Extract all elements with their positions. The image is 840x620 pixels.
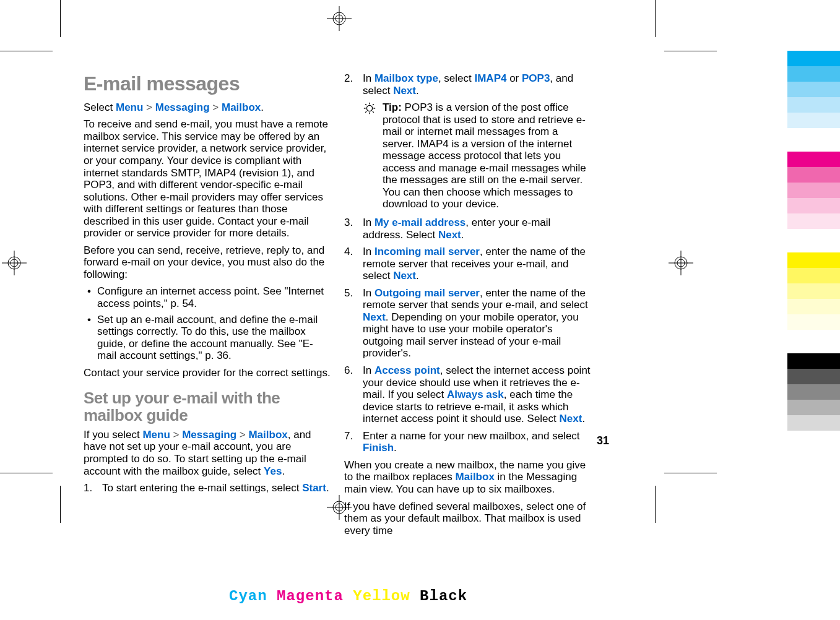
section-heading: Set up your e-mail with the mailbox guid…: [84, 390, 331, 424]
registration-mark-top: [327, 6, 352, 31]
nav-mailbox: Mailbox: [248, 429, 287, 441]
color-swatch: [787, 268, 840, 283]
list-item: 3.In My e-mail address, enter your e-mai…: [344, 217, 591, 241]
color-swatch: [787, 97, 840, 113]
tip-text: Tip: POP3 is a version of the post offic…: [383, 101, 591, 210]
option-next: Next: [560, 413, 582, 424]
crop-mark: [664, 51, 717, 51]
color-swatch: [787, 167, 840, 183]
crop-mark: [664, 473, 717, 473]
tip-label: Tip:: [383, 101, 405, 113]
nav-messaging: Messaging: [182, 429, 236, 441]
list-item: Configure an internet access point. See …: [84, 285, 331, 309]
list-item: Set up an e-mail account, and define the…: [84, 314, 331, 362]
nav-messaging: Messaging: [155, 101, 210, 113]
body-paragraph: To receive and send e-mail, you must hav…: [84, 118, 331, 239]
field-incoming-server: Incoming mail server: [375, 246, 480, 257]
list-item: 4.In Incoming mail server, enter the nam…: [344, 246, 591, 282]
crop-mark: [60, 0, 61, 37]
lightbulb-icon: [363, 101, 376, 210]
cmyk-black-label: Black: [420, 588, 467, 605]
color-swatch: [787, 400, 840, 415]
cmyk-cyan-label: Cyan: [229, 588, 267, 605]
color-swatch: [787, 353, 840, 369]
page-content: E-mail messages Select Menu > Messaging …: [84, 72, 591, 459]
page-title: E-mail messages: [84, 72, 331, 95]
option-yes: Yes: [264, 465, 282, 477]
bullet-list: Configure an internet access point. See …: [84, 285, 331, 361]
list-item: 2. In Mailbox type, select IMAP4 or POP3…: [344, 72, 591, 210]
color-swatch: [787, 213, 840, 229]
crop-mark: [60, 486, 61, 523]
registration-mark-right: [669, 251, 693, 275]
column-right: 2. In Mailbox type, select IMAP4 or POP3…: [344, 72, 591, 459]
tip-callout: Tip: POP3 is a version of the post offic…: [363, 101, 591, 210]
body-paragraph: If you select Menu > Messaging > Mailbox…: [84, 429, 331, 477]
column-left: E-mail messages Select Menu > Messaging …: [84, 72, 331, 459]
option-next: Next: [363, 311, 386, 323]
color-swatch: [787, 66, 840, 82]
color-swatch: [787, 51, 840, 66]
color-swatch: [787, 252, 840, 268]
color-swatch: [787, 152, 840, 167]
list-item: 5.In Outgoing mail server, enter the nam…: [344, 287, 591, 360]
crop-mark: [655, 486, 656, 523]
nav-menu: Menu: [142, 429, 170, 441]
nav-mailbox: Mailbox: [222, 101, 261, 113]
numbered-list: 1.To start entering the e-mail settings,…: [84, 482, 331, 494]
crop-mark: [0, 51, 53, 51]
crop-mark: [655, 0, 656, 37]
body-paragraph: If you have defined several mailboxes, s…: [344, 501, 591, 537]
color-swatch: [787, 113, 840, 128]
color-swatch: [787, 183, 840, 198]
option-pop3: POP3: [522, 72, 550, 84]
cmyk-footer: Cyan Magenta Yellow Black: [229, 588, 467, 605]
option-next: Next: [438, 229, 461, 241]
svg-line-22: [373, 111, 374, 113]
svg-line-24: [373, 104, 374, 105]
body-paragraph: When you create a new mailbox, the name …: [344, 459, 591, 496]
list-item: 7.Enter a name for your new mailbox, and…: [344, 430, 591, 454]
color-swatch: [787, 299, 840, 314]
color-swatch: [787, 415, 840, 431]
cmyk-magenta-label: Magenta: [277, 588, 344, 605]
option-next: Next: [393, 85, 416, 97]
color-swatch: [787, 198, 840, 213]
option-always-ask: Always ask: [447, 389, 504, 400]
color-swatch: [787, 314, 840, 330]
nav-mailbox: Mailbox: [456, 471, 495, 483]
page-number: 31: [597, 434, 609, 447]
color-swatch: [787, 82, 840, 97]
color-swatch: [787, 283, 840, 299]
breadcrumb-nav: Select Menu > Messaging > Mailbox.: [84, 101, 331, 114]
option-next: Next: [393, 270, 416, 282]
option-start: Start: [302, 482, 326, 494]
field-access-point: Access point: [375, 364, 440, 376]
numbered-list-continued: 2. In Mailbox type, select IMAP4 or POP3…: [344, 72, 591, 454]
body-paragraph: Before you can send, receive, retrieve, …: [84, 244, 331, 281]
body-paragraph: Contact your service provider for the co…: [84, 367, 331, 379]
field-outgoing-server: Outgoing mail server: [375, 287, 480, 299]
svg-point-16: [366, 106, 372, 111]
color-swatch: [787, 384, 840, 400]
registration-mark-left: [2, 251, 27, 275]
color-swatch: [787, 369, 840, 384]
nav-menu: Menu: [116, 101, 143, 113]
list-item: 6.In Access point, select the internet a…: [344, 364, 591, 425]
option-finish: Finish: [363, 442, 394, 454]
cmyk-yellow-label: Yellow: [353, 588, 410, 605]
svg-line-21: [365, 104, 366, 105]
color-calibration-bars: [787, 51, 840, 431]
field-mailbox-type: Mailbox type: [375, 72, 438, 84]
list-item: 1.To start entering the e-mail settings,…: [84, 482, 331, 494]
crop-mark: [0, 473, 53, 473]
svg-line-23: [365, 111, 366, 113]
field-my-email: My e-mail address: [375, 217, 465, 228]
option-imap4: IMAP4: [474, 72, 506, 84]
